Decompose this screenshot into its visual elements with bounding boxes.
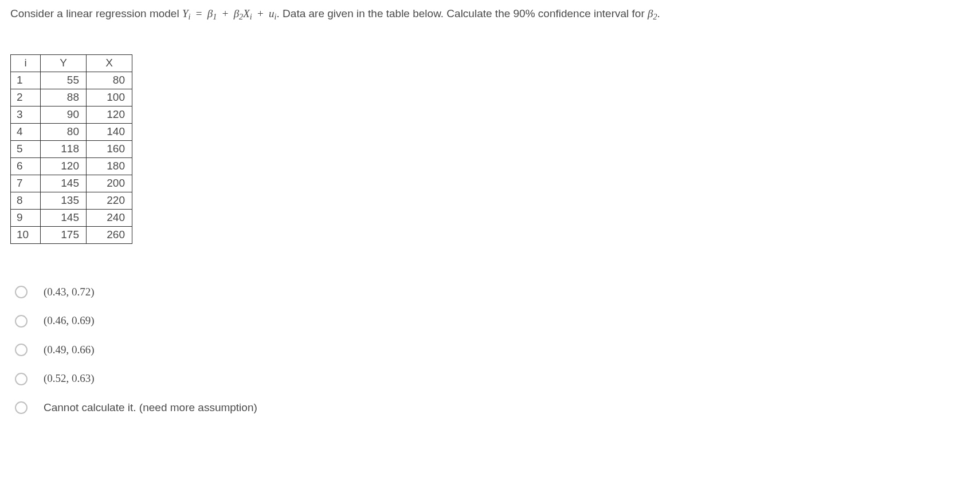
- radio-icon[interactable]: [15, 373, 28, 385]
- radio-icon[interactable]: [15, 401, 28, 414]
- table-row: 10 175 260: [11, 226, 132, 243]
- cell-i: 9: [11, 209, 41, 226]
- table-row: 8 135 220: [11, 192, 132, 209]
- cell-i: 7: [11, 175, 41, 192]
- answer-options: (0.43, 0.72) (0.46, 0.69) (0.49, 0.66) (…: [15, 284, 970, 416]
- cell-i: 10: [11, 226, 41, 243]
- beta2-var: β: [234, 7, 239, 19]
- option-label: (0.43, 0.72): [44, 284, 95, 301]
- beta1-sub: 1: [213, 12, 217, 21]
- radio-icon[interactable]: [15, 315, 28, 328]
- radio-icon[interactable]: [15, 286, 28, 298]
- cell-y: 55: [41, 72, 87, 89]
- table-row: 9 145 240: [11, 209, 132, 226]
- header-i: i: [11, 54, 41, 72]
- cell-x: 160: [87, 140, 132, 157]
- u-var: u: [269, 7, 275, 19]
- option-label: (0.49, 0.66): [44, 342, 95, 358]
- table-row: 7 145 200: [11, 175, 132, 192]
- cell-y: 145: [41, 175, 87, 192]
- question-after-model: . Data are given in the table below. Cal…: [277, 7, 648, 19]
- data-table: i Y X 1 55 80 2 88 100 3 90 120 4: [10, 54, 132, 244]
- option-5[interactable]: Cannot calculate it. (need more assumpti…: [15, 400, 970, 416]
- cell-x: 100: [87, 89, 132, 106]
- cell-i: 1: [11, 72, 41, 89]
- cell-i: 2: [11, 89, 41, 106]
- option-label: (0.52, 0.63): [44, 370, 95, 387]
- option-1[interactable]: (0.43, 0.72): [15, 284, 970, 301]
- table-row: 5 118 160: [11, 140, 132, 157]
- cell-x: 140: [87, 123, 132, 140]
- cell-x: 240: [87, 209, 132, 226]
- table-row: 4 80 140: [11, 123, 132, 140]
- cell-i: 5: [11, 140, 41, 157]
- cell-x: 220: [87, 192, 132, 209]
- cell-i: 8: [11, 192, 41, 209]
- cell-x: 80: [87, 72, 132, 89]
- cell-i: 6: [11, 157, 41, 175]
- cell-x: 120: [87, 106, 132, 123]
- cell-y: 90: [41, 106, 87, 123]
- option-label: Cannot calculate it. (need more assumpti…: [44, 400, 257, 416]
- x-sub: i: [250, 12, 252, 21]
- question-text: Consider a linear regression model Yi = …: [10, 6, 970, 23]
- option-2[interactable]: (0.46, 0.69): [15, 313, 970, 329]
- model-lhs-var: Y: [182, 7, 189, 19]
- option-3[interactable]: (0.49, 0.66): [15, 342, 970, 358]
- table-body: 1 55 80 2 88 100 3 90 120 4 80 140 5 118: [11, 72, 132, 243]
- cell-i: 3: [11, 106, 41, 123]
- plus1: +: [220, 7, 231, 19]
- question-prefix: Consider a linear regression model: [10, 7, 182, 19]
- question-period: .: [657, 7, 660, 19]
- cell-y: 175: [41, 226, 87, 243]
- beta1-var: β: [207, 7, 213, 19]
- cell-y: 88: [41, 89, 87, 106]
- header-y: Y: [41, 54, 87, 72]
- cell-x: 260: [87, 226, 132, 243]
- cell-y: 118: [41, 140, 87, 157]
- target-sub: 2: [653, 12, 657, 21]
- eq-sign: =: [194, 7, 205, 19]
- table-row: 6 120 180: [11, 157, 132, 175]
- cell-x: 180: [87, 157, 132, 175]
- table-row: 1 55 80: [11, 72, 132, 89]
- table-row: 3 90 120: [11, 106, 132, 123]
- cell-x: 200: [87, 175, 132, 192]
- table-header-row: i Y X: [11, 54, 132, 72]
- cell-y: 120: [41, 157, 87, 175]
- radio-icon[interactable]: [15, 344, 28, 356]
- model-lhs-sub: i: [189, 12, 191, 21]
- header-x: X: [87, 54, 132, 72]
- cell-y: 135: [41, 192, 87, 209]
- table-row: 2 88 100: [11, 89, 132, 106]
- plus2: +: [255, 7, 266, 19]
- option-4[interactable]: (0.52, 0.63): [15, 370, 970, 387]
- cell-i: 4: [11, 123, 41, 140]
- cell-y: 80: [41, 123, 87, 140]
- x-var: X: [243, 7, 250, 19]
- cell-y: 145: [41, 209, 87, 226]
- option-label: (0.46, 0.69): [44, 313, 95, 329]
